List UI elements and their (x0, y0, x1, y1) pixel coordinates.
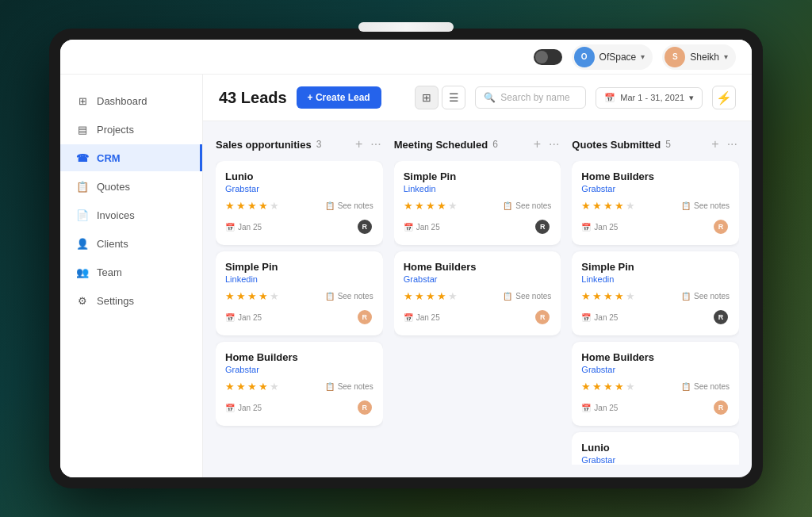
see-notes[interactable]: 📋 See notes (681, 292, 730, 301)
see-notes[interactable]: 📋 See notes (325, 382, 373, 391)
sidebar-label-dashboard: Dashboard (97, 95, 147, 107)
search-placeholder: Search by name (500, 92, 569, 103)
notes-icon: 📋 (681, 201, 691, 210)
workspace-pill[interactable]: O OfSpace ▾ (572, 44, 653, 70)
column-sales-actions: + ··· (354, 137, 383, 151)
column-quotes-title: Quotes Submitted (572, 139, 661, 151)
page-title: 43 Leads (219, 89, 287, 107)
notes-icon: 📋 (325, 292, 335, 301)
sidebar-item-clients[interactable]: 👤 Clients (60, 230, 202, 257)
card-date: 📅 Jan 25 (225, 223, 262, 232)
filter-button[interactable]: ⚡ (712, 86, 736, 109)
column-quotes-header: Quotes Submitted 5 + ··· (572, 134, 739, 155)
search-box[interactable]: 🔍 Search by name (475, 86, 586, 109)
sidebar-item-dashboard[interactable]: ⊞ Dashboard (60, 87, 202, 114)
card-date: 📅 Jan 25 (581, 404, 618, 412)
card-footer: 📅 Jan 25 R (225, 308, 373, 326)
see-notes[interactable]: 📋 See notes (503, 292, 551, 301)
sidebar-item-projects[interactable]: ▤ Projects (60, 116, 202, 143)
calendar-small-icon: 📅 (225, 223, 235, 232)
card-date: 📅 Jan 25 (581, 223, 618, 232)
sidebar-label-team: Team (97, 266, 122, 278)
projects-icon: ▤ (76, 123, 89, 136)
create-lead-button[interactable]: + Create Lead (297, 86, 381, 109)
list-view-button[interactable]: ☰ (442, 86, 465, 109)
card-avatar: R (356, 399, 373, 416)
see-notes[interactable]: 📋 See notes (681, 201, 730, 210)
column-sales-cards: Lunio Grabstar ★ ★ ★ ★ ★ (216, 161, 383, 465)
create-lead-label: + Create Lead (308, 92, 370, 103)
see-notes[interactable]: 📋 See notes (503, 201, 551, 210)
sidebar-item-team[interactable]: 👥 Team (60, 258, 202, 285)
workspace-name: OfSpace (599, 52, 637, 63)
card-avatar: R (712, 218, 730, 236)
dashboard-icon: ⊞ (76, 94, 89, 107)
card-stars: ★ ★ ★ ★ ★ (581, 290, 635, 302)
card-title: Home Builders (581, 170, 730, 182)
card-homebuilders-1[interactable]: Home Builders Grabstar ★ ★ ★ ★ ★ (216, 342, 383, 426)
see-notes-label: See notes (338, 201, 373, 210)
card-row: ★ ★ ★ ★ ★ 📋 See notes (404, 200, 552, 212)
star-4: ★ (259, 200, 268, 212)
top-bar: O OfSpace ▾ S Sheikh ▾ (60, 40, 752, 75)
star-5: ★ (270, 200, 279, 212)
calendar-icon: 📅 (581, 223, 591, 232)
column-quotes-add-button[interactable]: + (710, 137, 720, 151)
card-footer: 📅 Jan 25 R (404, 308, 552, 326)
card-date: 📅 Jan 25 (225, 313, 262, 322)
column-meeting-menu-button[interactable]: ··· (547, 137, 561, 151)
column-sales-add-button[interactable]: + (354, 137, 364, 151)
date-filter[interactable]: 📅 Mar 1 - 31, 2021 ▾ (596, 87, 703, 109)
card-footer: 📅 Jan 25 R (404, 218, 552, 236)
card-row: ★ ★ ★ ★ ★ 📋 See notes (225, 290, 373, 302)
card-subtitle: Grabstar (404, 274, 552, 284)
card-date: 📅 Jan 25 (581, 313, 618, 322)
card-footer: 📅 Jan 25 R (581, 308, 730, 326)
filter-icon: ⚡ (716, 90, 732, 105)
card-homebuilders-2[interactable]: Home Builders Grabstar ★ ★ ★ ★ ★ (394, 251, 561, 335)
card-title: Home Builders (581, 351, 730, 363)
card-stars: ★ ★ ★ ★ ★ (404, 290, 458, 302)
user-pill[interactable]: S Sheikh ▾ (662, 44, 736, 70)
user-name: Sheikh (690, 52, 719, 63)
column-meeting-title: Meeting Scheduled (394, 139, 488, 151)
column-sales-menu-button[interactable]: ··· (369, 137, 382, 151)
workspace-avatar: O (574, 47, 595, 67)
content-area: 43 Leads + Create Lead ⊞ ☰ 🔍 (203, 75, 752, 477)
column-quotes-count: 5 (665, 139, 671, 150)
see-notes[interactable]: 📋 See notes (325, 201, 373, 210)
tablet-frame: O OfSpace ▾ S Sheikh ▾ ⊞ Dashboard ▤ Pro… (49, 29, 763, 488)
card-avatar: R (534, 218, 551, 236)
column-meeting-add-button[interactable]: + (532, 137, 542, 151)
column-quotes-cards: Home Builders Grabstar ★ ★ ★ ★ ★ (572, 161, 739, 465)
date-filter-label: Mar 1 - 31, 2021 (620, 93, 684, 102)
see-notes[interactable]: 📋 See notes (325, 292, 373, 301)
team-icon: 👥 (76, 266, 89, 278)
sidebar-item-crm[interactable]: ☎ CRM (60, 144, 202, 171)
card-lunio-1[interactable]: Lunio Grabstar ★ ★ ★ ★ ★ (216, 161, 383, 245)
card-footer: 📅 Jan 25 R (225, 218, 373, 236)
list-icon: ☰ (449, 91, 459, 104)
column-quotes-menu-button[interactable]: ··· (726, 137, 739, 151)
card-subtitle: Grabstar (581, 455, 730, 465)
card-title: Simple Pin (225, 261, 373, 273)
card-homebuilders-4[interactable]: Home Builders Grabstar ★ ★ ★ ★ ★ (572, 342, 739, 426)
card-simplepin-1[interactable]: Simple Pin Linkedin ★ ★ ★ ★ ★ (216, 251, 383, 335)
crm-icon: ☎ (76, 151, 89, 164)
card-homebuilders-3[interactable]: Home Builders Grabstar ★ ★ ★ ★ ★ (572, 161, 739, 245)
card-lunio-2[interactable]: Lunio Grabstar ★ ★ ★ ★ ★ (572, 432, 739, 465)
sidebar-item-quotes[interactable]: 📋 Quotes (60, 173, 202, 200)
calendar-icon: 📅 (581, 313, 591, 322)
sidebar-item-invoices[interactable]: 📄 Invoices (60, 201, 202, 228)
card-date: 📅 Jan 25 (404, 313, 440, 322)
date-chevron-icon: ▾ (689, 93, 694, 103)
card-subtitle: Linkedin (581, 274, 730, 284)
calendar-icon: 📅 (225, 404, 235, 412)
sidebar-item-settings[interactable]: ⚙ Settings (60, 287, 202, 314)
dark-mode-toggle[interactable] (534, 49, 562, 65)
card-simplepin-3[interactable]: Simple Pin Linkedin ★ ★ ★ ★ ★ (572, 251, 739, 335)
grid-view-button[interactable]: ⊞ (415, 86, 439, 109)
card-stars: ★ ★ ★ ★ ★ (581, 200, 635, 212)
see-notes[interactable]: 📋 See notes (681, 382, 730, 391)
card-simplepin-2[interactable]: Simple Pin Linkedin ★ ★ ★ ★ ★ (394, 161, 561, 245)
